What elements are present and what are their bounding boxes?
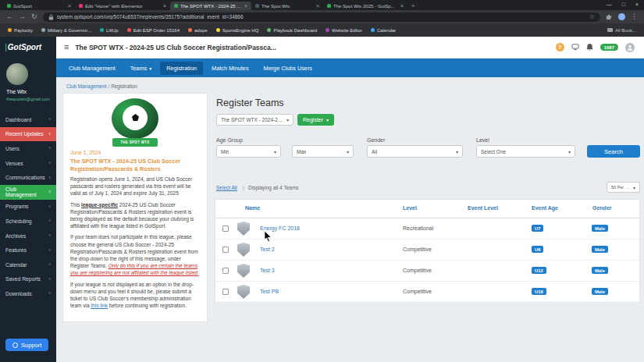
- event-paragraph-4: If your league is not displayed as an op…: [70, 281, 200, 310]
- sidebar-item-communications[interactable]: Communications›: [0, 170, 56, 185]
- event-title[interactable]: The SPOT WTX - 2024-25 US Club Soccer Re…: [70, 158, 200, 172]
- hamburger-menu-icon[interactable]: ≡: [64, 43, 69, 51]
- sidebar-item-club-management[interactable]: Club Management›: [0, 185, 56, 200]
- back-icon[interactable]: ←: [6, 13, 13, 20]
- breadcrumb-club-management[interactable]: Club Management: [66, 83, 106, 89]
- column-level[interactable]: Level: [403, 205, 417, 211]
- gotsport-logo[interactable]: |GotSport: [0, 37, 56, 57]
- sidebar-item-venues[interactable]: Venues›: [0, 156, 56, 171]
- select-all-link[interactable]: Select All: [216, 185, 237, 190]
- browser-profile-avatar[interactable]: [618, 13, 625, 20]
- close-icon[interactable]: ×: [635, 2, 639, 7]
- user-avatar[interactable]: [6, 63, 28, 85]
- column-event-level[interactable]: Event Level: [468, 205, 498, 211]
- team-shield-icon: [237, 222, 250, 236]
- sidebar-item-scheduling[interactable]: Scheduling›: [0, 214, 56, 229]
- maximize-icon[interactable]: □: [622, 2, 625, 7]
- sidebar-item-programs[interactable]: Programs›: [0, 200, 56, 215]
- profile-icon[interactable]: [625, 43, 635, 52]
- nav-teams[interactable]: Teams▾: [124, 62, 158, 75]
- help-icon[interactable]: ?: [556, 43, 564, 51]
- gender-badge: Male: [592, 288, 608, 295]
- age-min-select[interactable]: Min▾: [216, 145, 281, 158]
- bookmark-item[interactable]: adope: [188, 28, 208, 33]
- event-select[interactable]: The SPOT WTX - 2024-25 US Club Sc▾: [216, 114, 294, 126]
- browser-tab[interactable]: Edit "Home" with Elementor ×: [75, 2, 170, 10]
- bookmark-star-icon[interactable]: ☆: [589, 13, 595, 20]
- caret-down-icon: ▾: [149, 66, 151, 71]
- gender-select[interactable]: All▾: [367, 145, 463, 158]
- chevron-right-icon: ›: [48, 218, 51, 224]
- bookmark-item[interactable]: LiftUp: [100, 28, 119, 33]
- tab-close-icon[interactable]: ×: [400, 3, 404, 9]
- this-link[interactable]: this link: [91, 303, 108, 308]
- sidebar-item-downloads[interactable]: Downloads›: [0, 286, 56, 301]
- nav-registration[interactable]: Registration: [160, 62, 203, 75]
- bookmark-item[interactable]: Paylocity: [8, 28, 33, 33]
- bell-icon[interactable]: [586, 44, 593, 51]
- chevron-right-icon: ›: [48, 160, 51, 166]
- team-name-link[interactable]: Test 2: [260, 247, 275, 252]
- browser-tab-active[interactable]: The SPOT WTX - 2024-25 US C ×: [170, 2, 251, 10]
- row-checkbox[interactable]: [222, 247, 229, 253]
- team-name-link[interactable]: Test 3: [260, 268, 275, 273]
- bookmark-item[interactable]: Military & Governm...: [41, 28, 91, 33]
- minimize-icon[interactable]: —: [607, 2, 612, 7]
- url-bar[interactable]: system.gotsport.com/org/5074u6537/reg/ev…: [43, 12, 600, 22]
- nav-merge-clubs-users[interactable]: Merge Clubs Users: [258, 62, 318, 75]
- sidebar-item-archives[interactable]: Archives›: [0, 229, 56, 243]
- nav-club-management[interactable]: Club Management: [62, 62, 122, 75]
- level-select[interactable]: Select One▾: [476, 145, 575, 158]
- tab-close-icon[interactable]: ×: [316, 3, 319, 9]
- chevron-right-icon: ›: [48, 116, 51, 122]
- column-event-age[interactable]: Event Age: [532, 205, 558, 211]
- row-checkbox[interactable]: [222, 268, 229, 274]
- register-button[interactable]: Register▾: [297, 114, 334, 126]
- browser-tab[interactable]: The Spot Wtx 2025 - GotSp... ×: [323, 2, 407, 10]
- team-name-link[interactable]: Energy FC 2018: [260, 225, 300, 231]
- caret-down-icon: ▾: [347, 149, 349, 154]
- sidebar-item-saved-reports[interactable]: Saved Reports›: [0, 272, 56, 287]
- row-checkbox[interactable]: [222, 225, 229, 232]
- table-row: Test PB Competitive U18 Male: [215, 282, 639, 302]
- team-name-link[interactable]: Test PB: [260, 289, 279, 294]
- bookmark-item[interactable]: SportsEngine HQ: [216, 28, 259, 33]
- browser-tab[interactable]: GotSport ×: [3, 2, 75, 10]
- sidebar-item-calendar[interactable]: Calendar›: [0, 257, 56, 272]
- user-name: The Wtx: [6, 89, 27, 94]
- sidebar-item-users[interactable]: Users›: [0, 141, 56, 156]
- email-count-badge[interactable]: 1687: [600, 44, 618, 51]
- browser-tab[interactable]: The Spot Wtx ×: [251, 2, 323, 10]
- support-button[interactable]: Support: [5, 339, 48, 351]
- gender-label: Gender: [367, 137, 385, 143]
- tab-close-icon[interactable]: ×: [163, 3, 166, 9]
- age-max-select[interactable]: Max▾: [292, 145, 354, 158]
- web-page: |GotSport The Wtx thespotwtx@gmail.com D…: [0, 37, 644, 362]
- all-bookmarks-button[interactable]: All Book...: [607, 28, 636, 33]
- bookmark-item[interactable]: Playbook Dashboard: [267, 28, 317, 33]
- search-button[interactable]: Search: [587, 145, 640, 158]
- new-tab-button[interactable]: +: [411, 3, 415, 9]
- tab-close-icon[interactable]: ×: [244, 3, 247, 9]
- nav-match-minutes[interactable]: Match Minutes: [205, 62, 254, 75]
- tab-favicon: [7, 4, 11, 8]
- bookmark-item[interactable]: Website Editor: [326, 28, 362, 33]
- team-shield-icon: [237, 285, 250, 299]
- row-checkbox[interactable]: [222, 289, 229, 295]
- column-gender[interactable]: Gender: [592, 205, 612, 211]
- sidebar-item-recent-updates[interactable]: Recent Updates›: [0, 127, 56, 142]
- devices-icon[interactable]: [571, 44, 579, 51]
- sidebar-item-features[interactable]: Features›: [0, 243, 56, 257]
- reload-icon[interactable]: ↻: [31, 13, 37, 20]
- column-name[interactable]: Name: [245, 205, 260, 211]
- per-page-select[interactable]: 50 Per Page▾: [607, 182, 640, 193]
- extensions-icon[interactable]: [606, 13, 613, 20]
- bookmark-item[interactable]: Calendar: [371, 28, 396, 33]
- tab-close-icon[interactable]: ×: [68, 3, 71, 9]
- app-header: ≡ The SPOT WTX - 2024-25 US Club Soccer …: [56, 37, 644, 59]
- sidebar-item-dashboard[interactable]: Dashboard›: [0, 112, 56, 127]
- bookmark-item[interactable]: Edit ESP Order 15164: [127, 28, 180, 33]
- forward-icon[interactable]: →: [19, 13, 26, 20]
- chevron-right-icon: ›: [48, 290, 51, 296]
- browser-menu-icon[interactable]: ⋮: [631, 13, 638, 20]
